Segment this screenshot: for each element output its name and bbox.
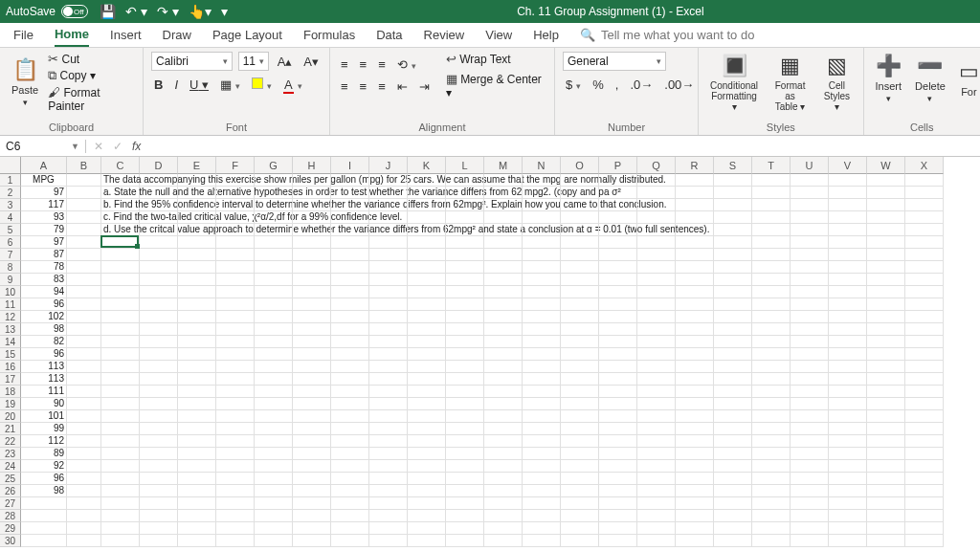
cell[interactable] (67, 497, 101, 510)
cell[interactable] (293, 336, 331, 348)
cell[interactable] (752, 199, 791, 211)
cell[interactable] (369, 311, 408, 323)
cell[interactable] (905, 398, 944, 410)
cut-button[interactable]: ✂ Cut (48, 52, 135, 66)
cell[interactable] (293, 485, 331, 497)
cell[interactable] (791, 249, 829, 261)
cell[interactable]: 98 (21, 485, 67, 497)
cell[interactable] (331, 174, 369, 187)
cell[interactable] (216, 386, 255, 398)
cell[interactable] (446, 386, 484, 398)
cell[interactable] (446, 261, 484, 274)
cell[interactable] (523, 497, 561, 510)
cell[interactable] (140, 522, 178, 535)
cell[interactable] (67, 410, 101, 423)
cell[interactable] (369, 249, 408, 261)
cell[interactable] (637, 448, 676, 460)
cell[interactable] (867, 348, 905, 361)
cell[interactable] (216, 460, 255, 473)
cell[interactable] (637, 410, 676, 423)
cell[interactable] (599, 510, 637, 522)
cell[interactable] (599, 522, 637, 535)
cell[interactable]: 90 (21, 398, 67, 410)
cell[interactable] (293, 448, 331, 460)
column-header[interactable]: I (331, 157, 369, 174)
cell[interactable] (331, 361, 369, 373)
cell[interactable]: 83 (21, 274, 67, 286)
cell[interactable] (523, 286, 561, 298)
cell[interactable] (561, 497, 599, 510)
cell[interactable] (752, 298, 791, 311)
cell[interactable] (561, 386, 599, 398)
cell[interactable] (637, 336, 676, 348)
cell[interactable] (369, 298, 408, 311)
cell[interactable] (446, 423, 484, 435)
cell[interactable] (676, 336, 714, 348)
cell[interactable] (331, 386, 369, 398)
cell[interactable] (752, 473, 791, 485)
cell[interactable] (369, 348, 408, 361)
cell[interactable] (216, 261, 255, 274)
cell[interactable] (561, 199, 599, 211)
cell[interactable] (905, 497, 944, 510)
cell[interactable] (331, 485, 369, 497)
cell[interactable] (676, 298, 714, 311)
cell[interactable] (905, 298, 944, 311)
row-header[interactable]: 20 (0, 410, 21, 423)
cell[interactable] (637, 261, 676, 274)
cell[interactable] (484, 311, 523, 323)
cell[interactable] (637, 211, 676, 224)
cell[interactable] (676, 224, 714, 236)
cell[interactable] (255, 336, 293, 348)
cell[interactable] (867, 535, 905, 547)
tab-page-layout[interactable]: Page Layout (212, 24, 282, 46)
cell[interactable] (599, 187, 637, 199)
row-header[interactable]: 19 (0, 398, 21, 410)
cell[interactable] (599, 373, 637, 386)
column-header[interactable]: C (101, 157, 140, 174)
cell[interactable] (867, 485, 905, 497)
row-header[interactable]: 22 (0, 435, 21, 448)
cell[interactable] (21, 510, 67, 522)
cell[interactable] (791, 311, 829, 323)
cell[interactable] (446, 348, 484, 361)
cell[interactable] (408, 236, 446, 249)
cell[interactable] (178, 473, 216, 485)
cell[interactable] (599, 386, 637, 398)
paste-button[interactable]: 📋 Paste ▾ (8, 55, 42, 109)
cell[interactable] (408, 510, 446, 522)
cell[interactable] (867, 174, 905, 187)
cell[interactable] (523, 398, 561, 410)
cell[interactable] (714, 249, 752, 261)
cell[interactable] (408, 199, 446, 211)
cell-styles-button[interactable]: ▧CellStyles ▾ (818, 52, 855, 114)
cell[interactable] (561, 423, 599, 435)
cell[interactable] (140, 435, 178, 448)
cell[interactable] (216, 286, 255, 298)
cell[interactable] (867, 274, 905, 286)
cell[interactable] (905, 435, 944, 448)
column-header[interactable]: R (676, 157, 714, 174)
cell[interactable] (178, 187, 216, 199)
cell[interactable] (561, 323, 599, 336)
cell[interactable] (523, 298, 561, 311)
cell[interactable] (293, 423, 331, 435)
cell[interactable] (867, 261, 905, 274)
cell[interactable] (67, 435, 101, 448)
increase-font-icon[interactable]: A▴ (275, 54, 296, 70)
column-header[interactable]: D (140, 157, 178, 174)
cell[interactable] (216, 323, 255, 336)
cell[interactable] (293, 323, 331, 336)
cell[interactable] (216, 485, 255, 497)
cell[interactable] (791, 224, 829, 236)
cell[interactable] (369, 386, 408, 398)
cell[interactable] (408, 174, 446, 187)
cell[interactable] (216, 361, 255, 373)
cell[interactable] (599, 224, 637, 236)
cell[interactable] (216, 274, 255, 286)
cell[interactable] (829, 510, 867, 522)
cell[interactable] (101, 522, 140, 535)
cell[interactable] (178, 236, 216, 249)
cell[interactable] (67, 348, 101, 361)
column-header[interactable]: X (905, 157, 944, 174)
